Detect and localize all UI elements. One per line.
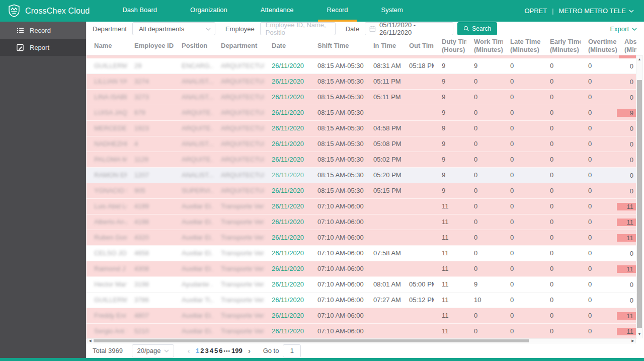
table-row[interactable]: GUILLERMO...3786Auxiliar Ti...Transporte… <box>87 293 636 308</box>
table-row[interactable]: Luis Abid Lu...4199Auxiliar El...Transpo… <box>87 199 636 214</box>
nav-item-system[interactable]: System <box>372 0 412 22</box>
cell-in <box>366 105 401 121</box>
goto-page-input[interactable]: 1 <box>283 344 301 357</box>
cell-department: ARQUITECTURA <box>213 121 264 136</box>
department-select[interactable]: All departments <box>132 22 215 35</box>
absence-cell-fragment <box>619 55 636 58</box>
page-number-5[interactable]: 5 <box>214 347 218 354</box>
cell-early: 0 <box>542 199 581 214</box>
table-row[interactable]: Sergio Ant S...5210Auxiliar El...Transpo… <box>87 324 636 339</box>
cell-in <box>366 324 401 339</box>
cell-abs: 0 <box>617 140 636 148</box>
table-row[interactable]: Raimond J R...4308Auxiliar El...Transpor… <box>87 261 636 277</box>
vertical-scrollbar[interactable]: ▲ ▼ <box>636 55 643 338</box>
page-size-select[interactable]: 20/page <box>132 344 174 357</box>
table-row[interactable]: Alberto An Al...4198Auxiliar El...Transp… <box>87 214 636 230</box>
cell-shift: 07:10 AM-06:00 PM <box>310 293 366 308</box>
table-row[interactable]: MERCEDES ...1923ARQUITE...ARQUITECTURA26… <box>87 121 636 136</box>
cell-out <box>401 324 434 339</box>
cell-position: ANALIST... <box>174 74 213 90</box>
cell-early: 0 <box>542 168 581 183</box>
cell-name: Freddy Enri ... <box>87 308 127 324</box>
cell-late: 0 <box>503 74 542 90</box>
column-header: Name <box>87 42 127 50</box>
page-number-4[interactable]: 4 <box>209 347 214 354</box>
nav-item-organization[interactable]: Organization <box>181 0 236 22</box>
cell-duty: 9 <box>434 90 466 105</box>
cell-duty: 11 <box>434 324 466 339</box>
table-row[interactable]: CELSO JOS...4658Auxiliar El...Transporte… <box>87 246 636 261</box>
cell-duty: 9 <box>434 58 466 74</box>
next-page-button[interactable]: › <box>243 347 256 355</box>
cell-out <box>401 199 434 214</box>
cell-in: 05:20 PM <box>366 168 401 183</box>
sidebar-item-record[interactable]: Record <box>0 22 86 39</box>
page-number-3[interactable]: 3 <box>204 347 209 354</box>
horizontal-scrollbar[interactable]: ◀ ▶ <box>87 338 636 343</box>
cell-work: 0 <box>466 246 503 261</box>
cell-abs: 11 <box>617 234 636 242</box>
export-menu[interactable]: Export <box>610 22 637 36</box>
cell-name: Raimond J R... <box>87 261 127 277</box>
table-row[interactable]: RAMON EM...1207ANALIST...ARQUITECTURA26/… <box>87 168 636 183</box>
cell-department: Transporte Vertical <box>213 308 264 324</box>
cell-position: ANALIST... <box>174 90 213 105</box>
nav-item-dashboard[interactable]: Dash Board <box>113 0 166 22</box>
employee-input[interactable]: Employee ID, Name, Positio <box>260 22 336 35</box>
sidebar-item-label: Report <box>30 44 49 51</box>
column-header: Abs(Min <box>617 38 636 54</box>
table-row[interactable]: LINA ISABE...3273ANALIST...ARQUITECTURA2… <box>87 90 636 105</box>
cell-position: ARQUITE... <box>174 121 213 136</box>
table-row[interactable]: YGNACIO D...905SUPERVI...ARQUITECTURA26/… <box>87 183 636 199</box>
cell-department: Transporte Vertical <box>213 324 264 339</box>
cell-late: 0 <box>503 230 542 246</box>
scroll-up-arrow-icon[interactable]: ▲ <box>636 57 642 62</box>
cell-duty: 9 <box>434 121 466 136</box>
page-number-199[interactable]: 199 <box>231 347 243 354</box>
nav-item-record[interactable]: Record <box>318 0 357 22</box>
cell-shift: 08:15 AM-05:30 PM <box>310 105 366 121</box>
table-row[interactable]: LUISA JAQU...679ARQUITE...ARQUITECTURA26… <box>87 105 636 121</box>
department-value: All departments <box>139 25 184 33</box>
table-row[interactable]: Ruben Gom...4320Auxiliar El...Transporte… <box>87 230 636 246</box>
cell-in: 07:27 AM <box>366 293 401 308</box>
account-menu[interactable]: OPRET | METRO METRO TELE <box>524 0 644 22</box>
cell-in: 04:58 PM <box>366 121 401 136</box>
cell-early: 0 <box>542 246 581 261</box>
table-row[interactable]: PALOMA MA...1129ARQUITE...ARQUITECTURA26… <box>87 152 636 168</box>
table-row[interactable]: GUILLERMO...29ENCARG...ARQUITECTURA26/11… <box>87 58 636 74</box>
cell-early: 0 <box>542 308 581 324</box>
nav-item-attendance[interactable]: Attendance <box>252 0 303 22</box>
table-row[interactable]: Freddy Enri ...4807Auxiliar El...Transpo… <box>87 308 636 324</box>
horizontal-scrollbar-thumb[interactable] <box>94 339 529 342</box>
scroll-right-arrow-icon[interactable]: ▶ <box>630 339 635 343</box>
cell-abs: 11 <box>617 265 636 273</box>
column-header: Work Time(Minutes) <box>466 38 503 54</box>
cell-out <box>401 121 434 136</box>
cell-late: 0 <box>503 183 542 199</box>
scroll-left-arrow-icon[interactable]: ◀ <box>88 339 93 343</box>
department-label: Department <box>93 25 127 33</box>
sidebar-item-report[interactable]: Report <box>0 39 86 56</box>
search-button[interactable]: Search <box>457 22 497 35</box>
date-range-input[interactable]: 05/11/2020 - 26/11/2020 <box>365 22 453 35</box>
cell-work: 0 <box>466 152 503 168</box>
cell-late: 0 <box>503 324 542 339</box>
prev-page-button[interactable]: ‹ <box>182 347 195 355</box>
table-row[interactable]: LILLIAN YA L...3274ANALIST...ARQUITECTUR… <box>87 74 636 90</box>
vertical-scrollbar-thumb[interactable] <box>637 80 642 328</box>
cell-name: MERCEDES ... <box>87 121 127 136</box>
page-number-1[interactable]: 1 <box>195 347 200 354</box>
cell-shift: 07:10 AM-06:00 PM <box>310 214 366 230</box>
cell-department: ARQUITECTURA <box>213 152 264 168</box>
cell-shift: 07:10 AM-06:00 PM <box>310 308 366 324</box>
cell-work: 9 <box>466 277 503 293</box>
cell-duty: 9 <box>434 105 466 121</box>
table-row[interactable]: NADHEZHDA...4ANALIST...ARQUITECTURA26/11… <box>87 136 636 152</box>
cell-department: Transporte Vertical <box>213 214 264 230</box>
cell-ot: 0 <box>581 308 617 324</box>
page-ellipsis[interactable]: ••• <box>223 348 231 354</box>
table-row[interactable]: Hector Man ...3198Ayudante ...Transporte… <box>87 277 636 293</box>
scroll-down-arrow-icon[interactable]: ▼ <box>636 332 642 337</box>
cell-late: 0 <box>503 308 542 324</box>
